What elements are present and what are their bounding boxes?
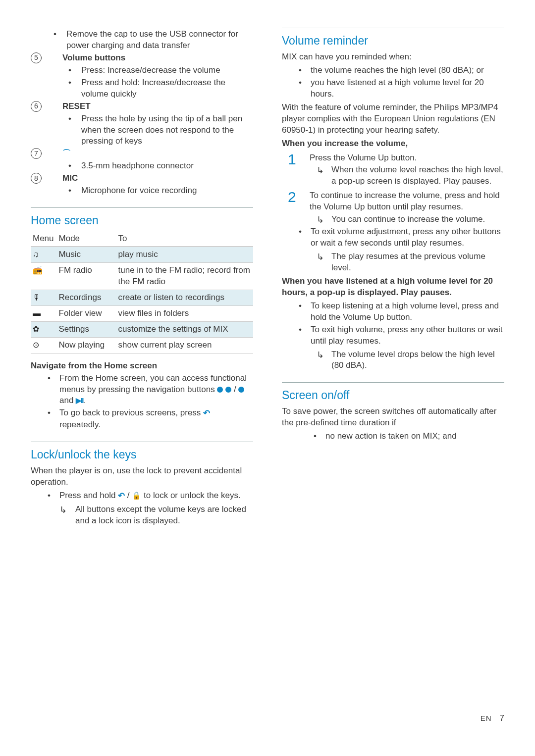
step-2-number: 2 xyxy=(288,187,296,207)
nav-bullet-1: From the Home screen, you can access fun… xyxy=(31,373,253,407)
footer-lang: EN xyxy=(481,713,492,723)
to-cell: customize the settings of MIX xyxy=(116,321,253,337)
mic-title: MIC xyxy=(62,173,253,184)
lock-icon: 🔒 xyxy=(132,491,141,500)
lock-intro: When the player is on, use the lock to p… xyxy=(31,465,253,488)
step-2: 2 To continue to increase the volume, pr… xyxy=(282,190,504,213)
menu-icon: 🎙 xyxy=(31,290,57,305)
item-6-number: 6 xyxy=(31,101,42,112)
screen-intro: To save power, the screen switches off a… xyxy=(282,406,504,429)
usb-cap-bullet: Remove the cap to use the USB connector … xyxy=(31,29,253,51)
col-menu: Menu xyxy=(31,231,57,247)
headphone-bullet: 3.5-mm headphone connector xyxy=(46,160,253,172)
vol-20h-keep: To keep listening at a high volume level… xyxy=(282,301,504,323)
mode-cell: Recordings xyxy=(57,290,116,305)
lock-bullet: Press and hold ↶ / 🔒 to lock or unlock t… xyxy=(31,490,253,502)
volume-reminder-heading: Volume reminder xyxy=(282,28,504,49)
mode-cell: Settings xyxy=(57,321,116,337)
footer-page: 7 xyxy=(500,713,504,724)
menu-icon: ⊙ xyxy=(31,337,57,353)
step-1-result: When the volume level reaches the high l… xyxy=(282,164,504,187)
vol-intro: MIX can have you reminded when: xyxy=(282,51,504,63)
volume-buttons-title: Volume buttons xyxy=(62,52,253,64)
vol-20h-exit: To exit high volume, press any other but… xyxy=(282,324,504,347)
lock-keys-heading: Lock/unlock the keys xyxy=(31,442,253,462)
col-to: To xyxy=(116,231,253,247)
item-7-number: 7 xyxy=(31,148,42,159)
table-row: ⊙Now playingshow current play screen xyxy=(31,337,253,353)
screen-onoff-heading: Screen on/off xyxy=(282,382,504,403)
menu-icon: ♫ xyxy=(31,247,57,263)
nav-bullet-2: To go back to previous screens, press ↶ … xyxy=(31,407,253,431)
to-cell: show current play screen xyxy=(116,337,253,353)
screen-cond-1: no new action is taken on MIX; and xyxy=(297,431,504,442)
to-cell: create or listen to recordings xyxy=(116,290,253,305)
mode-cell: FM radio xyxy=(57,263,116,290)
reset-title: RESET xyxy=(62,101,253,112)
vol-cond-2: you have listened at a high volume level… xyxy=(282,77,504,100)
vol-exit-bullet: To exit volume adjustment, press any oth… xyxy=(282,226,504,249)
to-cell: play music xyxy=(116,247,253,263)
item-8-number: 8 xyxy=(31,173,42,184)
vol-exit-result: The play resumes at the previous volume … xyxy=(282,251,504,274)
table-row: ♫Musicplay music xyxy=(31,247,253,263)
lock-result: All buttons except the volume keys are l… xyxy=(31,504,253,527)
back-icon: ↶ xyxy=(118,491,125,501)
menu-icon: ✿ xyxy=(31,321,57,337)
home-menu-table: Menu Mode To ♫Musicplay music📻FM radiotu… xyxy=(31,231,253,353)
vol-20h-result: The volume level drops below the high le… xyxy=(282,349,504,372)
vol-press-bullet: Press: Increase/decrease the volume xyxy=(46,65,253,76)
menu-icon: ▬ xyxy=(31,305,57,321)
mode-cell: Folder view xyxy=(57,305,116,321)
step-2-result: You can continue to increase the volume. xyxy=(282,214,504,225)
home-screen-heading: Home screen xyxy=(31,207,253,228)
mic-bullet: Microphone for voice recording xyxy=(46,185,253,197)
vol-hold-bullet: Press and hold: Increase/decrease the vo… xyxy=(46,77,253,100)
mode-cell: Music xyxy=(57,247,116,263)
headphone-icon: ⌒ xyxy=(62,149,71,158)
table-row: ✿Settingscustomize the settings of MIX xyxy=(31,321,253,337)
vol-20h-heading: When you have listened at a high volume … xyxy=(282,276,504,299)
vol-increase-heading: When you increase the volume, xyxy=(282,138,504,150)
item-5-number: 5 xyxy=(31,52,42,63)
to-cell: view files in folders xyxy=(116,305,253,321)
reset-bullet: Press the hole by using the tip of a bal… xyxy=(46,113,253,148)
step-1: 1 Press the Volume Up button. xyxy=(282,152,504,164)
back-icon: ↶ xyxy=(203,408,210,418)
table-row: ▬Folder viewview files in folders xyxy=(31,305,253,321)
play-pause-icon: ▶II xyxy=(76,396,83,404)
dot-icon xyxy=(225,387,231,393)
vol-cond-1: the volume reaches the high level (80 dB… xyxy=(282,65,504,76)
dot-icon xyxy=(238,387,244,393)
dot-icon xyxy=(217,387,223,393)
mode-cell: Now playing xyxy=(57,337,116,353)
to-cell: tune in to the FM radio; record from the… xyxy=(116,263,253,290)
table-row: 🎙Recordingscreate or listen to recording… xyxy=(31,290,253,305)
navigate-heading: Navigate from the Home screen xyxy=(31,360,253,372)
vol-para: With the feature of volume reminder, the… xyxy=(282,102,504,136)
menu-icon: 📻 xyxy=(31,263,57,290)
col-mode: Mode xyxy=(57,231,116,247)
table-row: 📻FM radiotune in to the FM radio; record… xyxy=(31,263,253,290)
